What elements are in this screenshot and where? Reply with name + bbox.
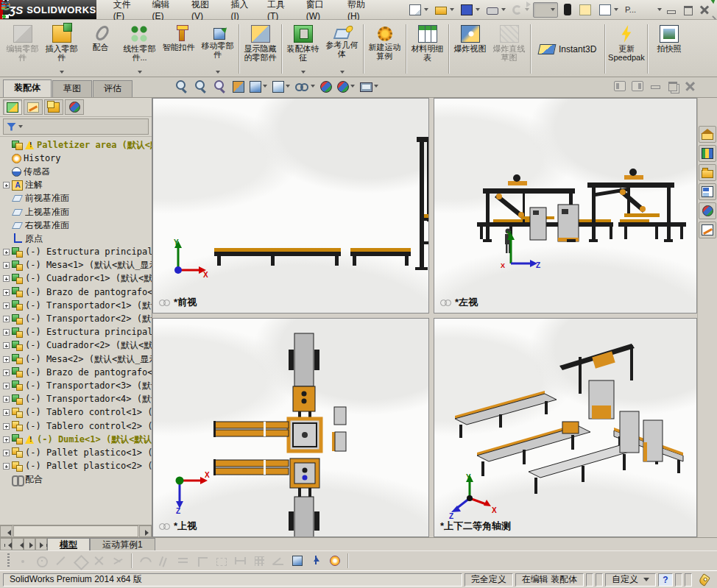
tree-item[interactable]: (-) Transportador<1> (默认<默认_显示状态-1>) (0, 299, 152, 312)
offset-button[interactable] (177, 555, 189, 567)
help-q-button[interactable] (640, 2, 665, 18)
tree-item[interactable]: (-) Transportador<3> (默认<默认_显示状态-1>) (0, 379, 152, 392)
insert-component-button[interactable]: 插入零部件 (42, 21, 81, 77)
expand-icon[interactable] (3, 275, 10, 282)
edit-component-button[interactable]: 编辑零部件 (3, 21, 42, 77)
featuremanager-tab[interactable] (3, 99, 22, 115)
appearances-button[interactable] (699, 202, 716, 219)
show-hidden-button[interactable]: 显示隐藏的零部件 (241, 21, 280, 77)
tree-item[interactable]: (-) Transportador<4> (默认<默认_显示状态-1>) (0, 393, 152, 406)
tree-item[interactable]: (-) Dumie<1> (默认<默认_显示状态-1>) (0, 433, 152, 446)
motion-study-button[interactable]: 新建运动算例 (365, 21, 404, 77)
tree-item[interactable]: (-) Estructura principal<2> (默认<默认_显示状态-… (0, 326, 152, 339)
first-tab-button[interactable] (0, 538, 12, 550)
zoom-previous-button[interactable] (213, 79, 227, 93)
instant3d-button[interactable]: Instant3D (532, 21, 603, 77)
document-restore-button[interactable] (667, 81, 679, 91)
expand-icon[interactable] (3, 356, 10, 363)
expand-icon[interactable] (3, 436, 10, 443)
last-tab-button[interactable] (35, 538, 47, 550)
snapshot-button[interactable]: 拍快照 (649, 21, 688, 77)
point-button[interactable] (16, 555, 29, 567)
tree-item[interactable]: 右视基准面 (0, 219, 152, 232)
measure-button[interactable] (330, 556, 340, 566)
assembly-features-button[interactable]: 装配体特征 (283, 21, 322, 77)
angle-button[interactable] (272, 555, 285, 567)
expand-icon[interactable] (3, 249, 10, 255)
document-tab[interactable]: 运动算例1 (90, 538, 155, 550)
tree-item[interactable]: (-) Transportador<2> (默认<默认_显示状态-1>) (0, 312, 152, 325)
line-button[interactable] (54, 555, 67, 567)
view-settings-button[interactable] (360, 81, 378, 92)
convert-button[interactable] (158, 555, 170, 567)
document-minimize-button[interactable] (649, 81, 661, 91)
document-close-button[interactable] (685, 81, 696, 91)
tree-item[interactable]: (-) Mesa<1> (默认<默认_显示状态-1>) (0, 259, 152, 272)
file-properties-button[interactable] (576, 2, 596, 18)
undo-button[interactable] (509, 3, 532, 17)
tree-item[interactable]: (-) Cuadrador<1> (默认<默认_显示状态-1>) (0, 272, 152, 286)
next-tab-button[interactable] (24, 538, 35, 550)
viewport-isometric[interactable]: Y X Z *上下二等角轴测 (434, 318, 697, 537)
dimension-button[interactable] (234, 555, 247, 567)
tree-item[interactable]: 配合 (0, 473, 152, 486)
smart-fasteners-button[interactable]: 智能扣件 (159, 21, 198, 77)
linear-pattern-button[interactable]: 线性零部件... (120, 21, 159, 77)
home-button[interactable] (699, 126, 716, 143)
tree-item[interactable]: 注解 (0, 179, 152, 192)
close-button[interactable] (699, 4, 711, 15)
minimize-button[interactable] (665, 4, 677, 15)
displaymanager-tab[interactable] (65, 99, 84, 115)
design-library-button[interactable] (699, 145, 716, 162)
new-document-button[interactable] (406, 2, 431, 18)
view-cube-button[interactable] (292, 556, 303, 566)
tree-item[interactable]: (-) Cuadrador<2> (默认<默认_显示状态-1>) (0, 339, 152, 353)
open-button[interactable] (432, 2, 457, 17)
viewport-top[interactable]: X Z *上视 (152, 318, 429, 537)
polygon-button[interactable] (74, 555, 86, 567)
expand-icon[interactable] (3, 182, 10, 188)
circle-button[interactable] (35, 555, 48, 567)
reference-geometry-button[interactable]: 参考几何体 (322, 21, 361, 77)
expand-icon[interactable] (3, 329, 10, 336)
exploded-view-button[interactable]: 爆炸视图 (451, 21, 490, 77)
hide-show-button[interactable] (295, 79, 315, 93)
file-explorer-button[interactable] (699, 164, 716, 181)
mate-button[interactable]: 配合 (81, 21, 120, 77)
tree-horizontal-scrollbar[interactable] (0, 525, 152, 537)
pane-left-button[interactable] (614, 81, 626, 91)
expand-icon[interactable] (3, 289, 10, 296)
tree-item[interactable]: (-) Pallet plastico<2> (默认<默认_显示状态-1>) (0, 460, 152, 473)
explode-lines-button[interactable]: 爆炸直线草图 (490, 21, 529, 77)
expand-icon[interactable] (3, 409, 10, 416)
custom-properties-button[interactable] (699, 222, 716, 238)
tag-icon[interactable] (698, 573, 710, 587)
search-button[interactable] (386, 2, 406, 18)
quick-tips-button[interactable]: ? (658, 573, 673, 587)
temp-axis-button[interactable] (310, 555, 322, 567)
zoom-area-button[interactable] (194, 79, 208, 93)
command-manager-tab[interactable]: 装配体 (3, 79, 52, 97)
zoom-fit-button[interactable] (175, 79, 189, 93)
configurationmanager-tab[interactable] (44, 99, 63, 115)
expand-icon[interactable] (3, 342, 10, 349)
command-manager-tab[interactable]: 草图 (52, 80, 92, 97)
scroll-right-arrow[interactable] (139, 525, 152, 537)
expand-icon[interactable] (3, 423, 10, 430)
tree-item[interactable]: (-) Mesa<2> (默认<默认_显示状态-1>) (0, 353, 152, 366)
extend-button[interactable] (112, 555, 124, 567)
corner-button[interactable] (196, 555, 208, 567)
scroll-left-arrow[interactable] (0, 525, 13, 537)
tree-item[interactable]: (-) Estructura principal<1> (默认<默认_显示状态-… (0, 246, 152, 259)
expand-icon[interactable] (3, 316, 10, 322)
view-palette-button[interactable] (699, 183, 716, 200)
display-style-button[interactable] (272, 80, 290, 93)
tree-item[interactable]: (-) Tablero control<2> (默认<默认_显示状态-1>) (0, 419, 152, 433)
unit-system-selector[interactable]: 自定义 (605, 573, 656, 587)
viewport-left[interactable]: X Y Z *左视 (434, 98, 697, 314)
pane-right-button[interactable] (632, 81, 643, 91)
arc-button[interactable] (138, 555, 151, 567)
expand-icon[interactable] (3, 302, 10, 309)
restore-button[interactable] (682, 4, 694, 15)
command-manager-tab[interactable]: 评估 (93, 80, 133, 97)
